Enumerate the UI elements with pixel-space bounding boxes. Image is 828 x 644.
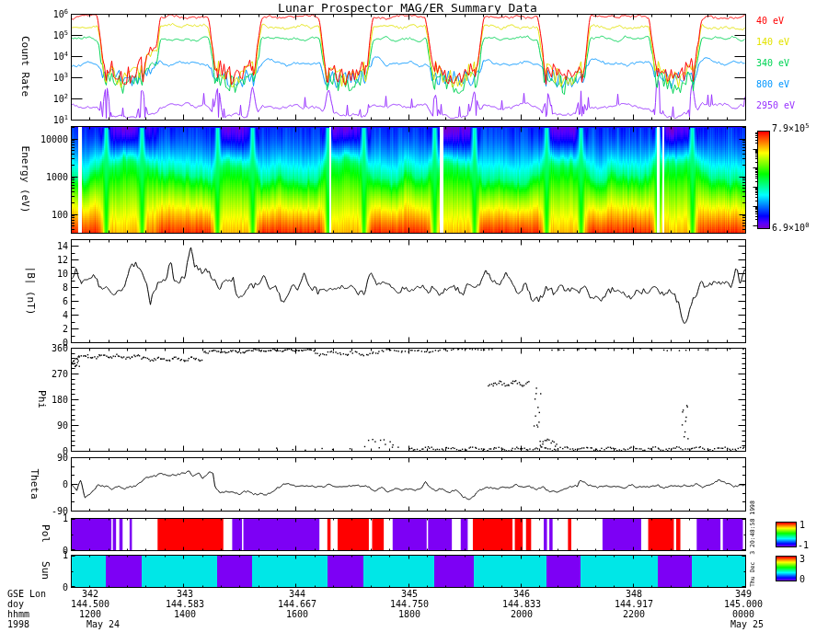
count-rate-ytick: 106 bbox=[53, 8, 68, 19]
energy-ytick: 10000 bbox=[40, 133, 68, 144]
bmag-ytick: 8 bbox=[63, 282, 68, 293]
x-doy-value: 144.500 bbox=[71, 599, 109, 609]
row-header-doy: doy bbox=[7, 599, 24, 609]
bmag-ytick: 6 bbox=[63, 296, 68, 306]
row-header-year: 1998 bbox=[7, 619, 29, 629]
pol-colorbar-max-label: 1 bbox=[799, 520, 805, 530]
ylabel-pol: Pol bbox=[40, 524, 52, 543]
x-hhmm-value: 1800 bbox=[398, 609, 420, 619]
count-rate-ytick: 105 bbox=[53, 29, 68, 40]
row-header-gse-lon: GSE Lon bbox=[7, 589, 46, 599]
theta-ytick: 90 bbox=[57, 453, 68, 463]
phi-ytick: 180 bbox=[52, 395, 68, 405]
phi-ytick: 270 bbox=[52, 369, 68, 379]
summary-plot-canvas bbox=[0, 0, 828, 644]
sun-ytick: 1 bbox=[63, 550, 68, 560]
energy-ytick: 1000 bbox=[46, 171, 68, 181]
theta-ytick: 0 bbox=[63, 479, 68, 489]
x-doy-value: 144.583 bbox=[166, 599, 204, 609]
x-gse-lon-value: 346 bbox=[513, 589, 530, 599]
x-doy-value: 144.750 bbox=[390, 599, 429, 609]
plot-window: Lunar Prospector MAG/ER Summary Data Cou… bbox=[0, 0, 828, 644]
count-rate-ytick: 101 bbox=[53, 114, 68, 125]
x-gse-lon-value: 348 bbox=[626, 589, 642, 599]
x-gse-lon-value: 342 bbox=[82, 589, 98, 599]
ylabel-energy: Energy (eV) bbox=[19, 146, 31, 213]
legend-item: 800 eV bbox=[756, 79, 789, 89]
x-date-value: May 25 bbox=[730, 619, 764, 629]
x-doy-value: 144.833 bbox=[502, 599, 541, 609]
x-gse-lon-value: 343 bbox=[177, 589, 193, 599]
x-gse-lon-value: 344 bbox=[289, 589, 305, 599]
count-rate-ytick: 102 bbox=[53, 93, 68, 104]
creation-timestamp: Thu Dec 3 20:48:58 1998 bbox=[749, 500, 756, 587]
row-header-hhmm: hhmm bbox=[7, 609, 29, 619]
sun-colorbar-min-label: 0 bbox=[799, 574, 805, 584]
x-hhmm-value: 0000 bbox=[732, 609, 754, 619]
x-hhmm-value: 2200 bbox=[623, 609, 645, 619]
x-hhmm-value: 2000 bbox=[511, 609, 533, 619]
pol-colorbar-min-label: -1 bbox=[798, 540, 809, 550]
count-rate-ytick: 103 bbox=[53, 72, 68, 83]
legend-item: 40 eV bbox=[756, 16, 784, 26]
ylabel-sun: Sun bbox=[40, 561, 52, 580]
bmag-ytick: 12 bbox=[57, 255, 68, 265]
x-gse-lon-value: 349 bbox=[735, 589, 752, 599]
colorbar-min-label: 6.9×100 bbox=[772, 222, 809, 233]
ylabel-phi: Phi bbox=[36, 390, 48, 408]
pol-ytick: 1 bbox=[63, 513, 68, 523]
page-title: Lunar Prospector MAG/ER Summary Data bbox=[278, 1, 537, 15]
sun-colorbar-max-label: 3 bbox=[799, 554, 805, 564]
bmag-ytick: 14 bbox=[57, 241, 68, 251]
x-hhmm-value: 1600 bbox=[286, 609, 308, 619]
count-rate-ytick: 104 bbox=[53, 51, 68, 62]
bmag-ytick: 2 bbox=[63, 324, 68, 334]
phi-ytick: 360 bbox=[52, 343, 68, 353]
bmag-ytick: 4 bbox=[63, 310, 68, 320]
ylabel-theta: Theta bbox=[29, 468, 40, 499]
legend-item: 340 eV bbox=[756, 58, 789, 68]
sun-ytick: 0 bbox=[63, 582, 68, 592]
x-doy-value: 144.917 bbox=[615, 599, 653, 609]
bmag-ytick: 10 bbox=[57, 269, 68, 279]
x-doy-value: 145.000 bbox=[724, 599, 763, 609]
colorbar-max-label: 7.9×105 bbox=[772, 122, 809, 133]
legend-item: 2950 eV bbox=[756, 100, 795, 110]
ylabel-count-rate: Count Rate bbox=[19, 36, 31, 97]
ylabel-bmag: |B| (nT) bbox=[25, 267, 37, 316]
x-hhmm-value: 1400 bbox=[174, 609, 196, 619]
x-gse-lon-value: 345 bbox=[401, 589, 418, 599]
x-doy-value: 144.667 bbox=[278, 599, 316, 609]
phi-ytick: 90 bbox=[57, 420, 68, 431]
x-hhmm-value: 1200 bbox=[79, 609, 101, 619]
energy-ytick: 100 bbox=[52, 209, 68, 219]
legend-item: 140 eV bbox=[756, 37, 789, 47]
x-date-value: May 24 bbox=[86, 619, 120, 629]
